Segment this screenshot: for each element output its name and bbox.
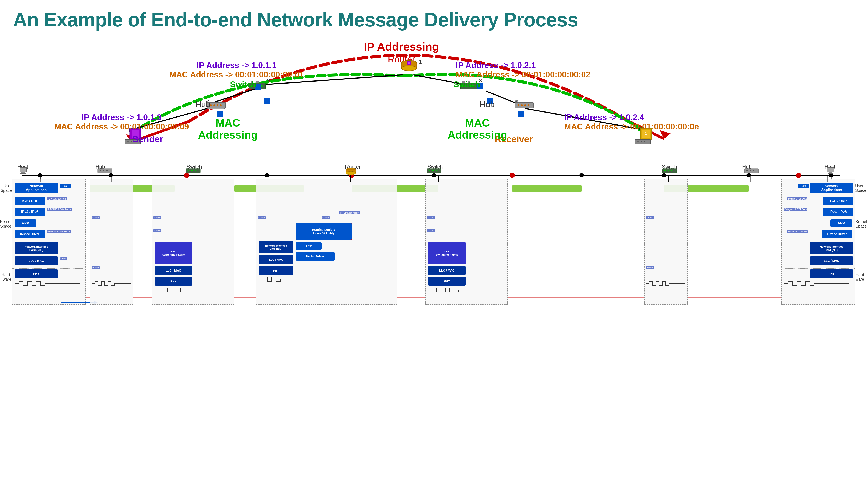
svg-point-79 [100, 170, 101, 171]
kernel-space-label-right: KernelSpace [856, 220, 868, 229]
svg-point-96 [671, 170, 672, 171]
svg-point-65 [127, 141, 129, 142]
arp-block-left: ARP [14, 220, 36, 227]
switch-frame-in: Frame [153, 216, 161, 219]
svg-point-49 [220, 104, 222, 106]
svg-point-60 [524, 104, 526, 106]
router-address-label: IP Address -> 1.0.1.1 MAC Address -> 00:… [169, 61, 304, 79]
svg-point-80 [103, 170, 104, 171]
kernel-space-label-left: KernelSpace [0, 220, 11, 229]
svg-point-66 [131, 141, 132, 142]
host-right-stack: UserSpace KernelSpace Hard-ware NetworkA… [781, 179, 855, 305]
switch-right-bottom-box: ASICSwitching Fabric LLC / MAC PHY Frame… [425, 179, 508, 305]
ipv4-ipv6-block-right: IPv4 / IPv6 [823, 207, 853, 216]
llc-mac-switch-right: LLC / MAC [428, 266, 466, 275]
svg-point-88 [346, 171, 356, 174]
svg-point-19 [509, 173, 515, 178]
svg-point-58 [518, 104, 520, 106]
svg-point-47 [213, 104, 215, 106]
asic-block-right: ASICSwitching Fabric [428, 242, 466, 264]
llc-mac-block-right: LLC / MAC [810, 256, 853, 265]
signal-wave-right [784, 280, 852, 287]
switch-left-label: Switch [230, 80, 256, 89]
device-driver-block-left: Device Driver [14, 230, 45, 238]
hub-right-frame-in: Frame [646, 216, 654, 219]
svg-marker-3 [660, 130, 671, 139]
nic-router-block: Network InterfaceCard (NIC) [259, 241, 293, 253]
switch-left-bottom-box: ASICSwitching Fabric LLC / MAC PHY Frame… [152, 179, 235, 305]
signal-wave-switch-right [428, 287, 505, 293]
llc-mac-block-left: LLC / MAC [14, 256, 58, 265]
hub-left-label: Hub [195, 100, 211, 109]
arp-router-block: ARP [296, 242, 321, 250]
net-app-block-right: NetworkApplications [810, 183, 853, 193]
svg-point-94 [664, 170, 666, 171]
sender-label: Sender [132, 134, 163, 144]
node-number-1: 1 [416, 58, 425, 66]
user-space-label-right: UserSpace [855, 184, 868, 193]
driver-labels-right: Packet IP TCP Data [787, 230, 808, 233]
svg-point-85 [195, 170, 196, 171]
svg-rect-82 [186, 168, 200, 173]
data-block-right: Data [798, 184, 809, 188]
svg-rect-93 [662, 168, 677, 173]
svg-point-16 [265, 173, 269, 177]
signal-wave-hub-right [646, 280, 686, 287]
svg-rect-101 [827, 167, 834, 172]
router-bottom-box: Routing Logic &Layer 3+ Utility ARP Devi… [256, 179, 397, 305]
phy-switch-left: PHY [155, 277, 192, 286]
svg-point-74 [644, 141, 645, 142]
signal-wave-switch-left [155, 287, 232, 293]
svg-point-99 [750, 170, 751, 171]
svg-point-91 [432, 170, 434, 171]
tcp-labels-left: TCP Data Segment [46, 197, 67, 200]
sender-address-label: IP Address -> 1.0.1.3 MAC Address -> 00:… [54, 113, 189, 131]
signal-wave-left [14, 280, 83, 287]
switch-right-frame-out: Frame [427, 229, 435, 232]
svg-point-73 [641, 141, 642, 142]
svg-rect-97 [744, 168, 758, 173]
svg-point-23 [796, 173, 801, 178]
svg-rect-31 [512, 186, 582, 192]
llc-mac-switch-left: LLC / MAC [155, 266, 192, 275]
signal-wave-hub [92, 280, 132, 287]
phy-block-right: PHY [810, 269, 853, 278]
svg-point-35 [401, 66, 416, 71]
svg-point-92 [436, 170, 437, 171]
svg-point-13 [38, 173, 42, 177]
mac-addressing-right-label: MACAddressing [445, 117, 510, 141]
signal-wave-router [259, 276, 395, 282]
host-left-stack: UserSpace KernelSpace Hard-ware NetworkA… [12, 179, 86, 305]
svg-point-21 [662, 173, 666, 177]
svg-rect-103 [828, 173, 833, 174]
page-title: An Example of End-to-end Network Message… [13, 9, 578, 31]
svg-rect-89 [427, 168, 441, 173]
phy-router-block: PHY [259, 266, 293, 275]
asic-block-left: ASICSwitching Fabric [155, 242, 192, 264]
svg-point-98 [746, 170, 748, 171]
hub-right-bottom-box: Frame Frame [645, 179, 688, 305]
data-block-left: Data [60, 184, 70, 188]
svg-point-84 [191, 170, 193, 171]
blue-connector-2 [264, 98, 270, 104]
tcp-labels-right: Segment TCP Data [787, 197, 807, 200]
hub-frame-in: Frame [92, 216, 100, 219]
svg-point-72 [637, 141, 639, 142]
svg-rect-75 [20, 167, 27, 172]
svg-point-14 [108, 173, 113, 177]
phy-block-left: PHY [14, 269, 58, 278]
router-frame-label-1: Frame [257, 216, 266, 219]
blue-connector-6 [518, 110, 524, 117]
switch-right-label: Switch [454, 80, 480, 89]
hub-frame-out: Frame [92, 266, 100, 269]
router-icon [400, 59, 418, 72]
switch-frame-out: Frame [153, 229, 161, 232]
svg-point-61 [528, 104, 529, 106]
nic-block-left: Network InterfaceCard (NIC) [14, 242, 58, 254]
device-driver-router-block: Device Driver [296, 252, 335, 261]
hardware-label-left: Hard-ware [0, 273, 11, 282]
svg-point-81 [106, 170, 107, 171]
user-space-label-left: UserSpace [0, 184, 12, 193]
hub-right-frame-out: Frame [646, 266, 654, 269]
nic-block-right: Network InterfaceCard (NIC) [810, 242, 853, 254]
